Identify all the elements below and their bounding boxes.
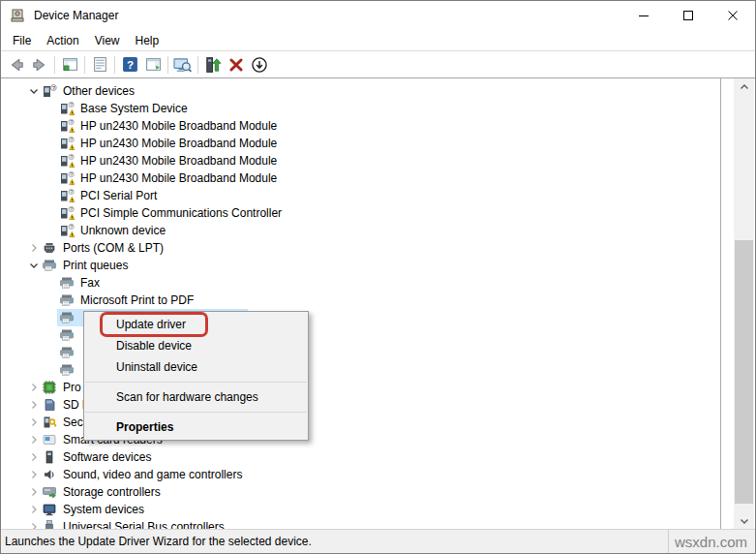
- sd-card-icon: [42, 397, 57, 413]
- device-manager-window: Device Manager FileActionViewHelp ? ?Oth…: [0, 0, 756, 554]
- context-menu-item-properties[interactable]: Properties: [84, 416, 308, 438]
- svg-text:?: ?: [70, 154, 73, 160]
- update-driver-icon: [204, 56, 222, 74]
- printer-icon: [59, 345, 75, 360]
- properties-button[interactable]: [88, 53, 111, 77]
- warning-device-icon: ?: [59, 101, 75, 116]
- chevron-collapsed-icon[interactable]: [26, 484, 42, 500]
- menu-view[interactable]: View: [87, 32, 128, 49]
- update-driver-button[interactable]: [201, 53, 225, 77]
- toolbar-separator: [114, 56, 115, 74]
- printer-icon: [59, 362, 75, 378]
- chevron-collapsed-icon[interactable]: [26, 380, 42, 395]
- menu-file[interactable]: File: [5, 32, 39, 49]
- tree-item-fax[interactable]: Fax: [1, 274, 755, 292]
- forward-button[interactable]: [28, 53, 51, 77]
- tree-item-label: HP un2430 Mobile Broadband Module: [80, 154, 277, 168]
- sound-icon: [42, 467, 57, 482]
- processor-icon: [42, 380, 57, 395]
- tree-item-label: Microsoft Print to PDF: [80, 293, 194, 307]
- tree-item-base-system-device[interactable]: ?Base System Device: [1, 100, 755, 117]
- close-button[interactable]: [711, 1, 755, 30]
- context-menu-item-scan-for-hardware-changes[interactable]: Scan for hardware changes: [84, 386, 308, 408]
- back-button[interactable]: [5, 53, 28, 77]
- tree-item-microsoft-print-to-pdf[interactable]: Microsoft Print to PDF: [1, 292, 755, 309]
- tree-item-pci-simple-communications-controller[interactable]: ?PCI Simple Communications Controller: [1, 204, 755, 222]
- scroll-down-button[interactable]: [734, 512, 754, 529]
- vertical-scrollbar[interactable]: [734, 78, 754, 529]
- show-action-pane-button[interactable]: [141, 53, 165, 77]
- tree-item-software-devices[interactable]: Software devices: [1, 448, 755, 466]
- tree-item-pci-serial-port[interactable]: ?PCI Serial Port: [1, 187, 755, 204]
- tree-item-label: Sound, video and game controllers: [63, 468, 242, 481]
- minimize-button[interactable]: [621, 1, 666, 30]
- svg-text:?: ?: [70, 119, 73, 125]
- toolbar-separator: [54, 56, 55, 74]
- window-title: Device Manager: [34, 9, 118, 22]
- minimize-icon: [638, 10, 650, 21]
- context-menu-item-disable-device[interactable]: Disable device: [84, 335, 308, 356]
- tree-item-label: Ports (COM & LPT): [63, 241, 164, 255]
- tree-item-other-devices[interactable]: ?Other devices: [1, 82, 755, 100]
- status-bar: Launches the Update Driver Wizard for th…: [1, 529, 755, 553]
- help-button[interactable]: ?: [118, 53, 141, 77]
- chevron-collapsed-icon[interactable]: [26, 415, 42, 430]
- printer-icon: [59, 327, 75, 343]
- chevron-collapsed-icon[interactable]: [26, 467, 42, 482]
- properties-icon: [92, 56, 108, 73]
- tree-item-label: Software devices: [63, 450, 151, 464]
- svg-text:?: ?: [70, 206, 73, 212]
- maximize-button[interactable]: [666, 1, 711, 30]
- disable-device-button[interactable]: [248, 53, 271, 77]
- chevron-collapsed-icon[interactable]: [26, 449, 42, 465]
- scroll-up-button[interactable]: [734, 78, 754, 95]
- chevron-expanded-icon[interactable]: [26, 258, 42, 273]
- chevron-collapsed-icon[interactable]: [26, 432, 42, 447]
- warning-device-icon: ?: [59, 205, 75, 221]
- tree-item-ports-com-lpt[interactable]: Ports (COM & LPT): [1, 239, 755, 257]
- context-menu-item-uninstall-device[interactable]: Uninstall device: [84, 356, 308, 378]
- chevron-expanded-icon[interactable]: [26, 83, 42, 99]
- system-icon: [42, 502, 57, 517]
- tree-item-hp-un2430-mobile-broadband-module[interactable]: ?HP un2430 Mobile Broadband Module: [1, 169, 755, 187]
- chevron-collapsed-icon[interactable]: [26, 397, 42, 413]
- ports-icon: [42, 240, 57, 256]
- arrow-left-icon: [8, 56, 25, 74]
- watermark-text: wsxdn.com: [675, 534, 747, 550]
- warning-device-icon: ?: [59, 188, 75, 203]
- tree-item-sound-video-and-game-controllers[interactable]: Sound, video and game controllers: [1, 466, 755, 483]
- svg-text:?: ?: [70, 171, 73, 177]
- close-icon: [727, 10, 739, 21]
- action-pane-icon: [145, 56, 162, 73]
- toolbar-separator: [84, 56, 85, 74]
- printer-icon: [59, 310, 75, 325]
- maximize-icon: [682, 10, 694, 21]
- tree-item-hp-un2430-mobile-broadband-module[interactable]: ?HP un2430 Mobile Broadband Module: [1, 135, 755, 152]
- tree-item-universal-serial-bus-controllers[interactable]: Universal Serial Bus controllers: [1, 518, 755, 529]
- tree-item-hp-un2430-mobile-broadband-module[interactable]: ?HP un2430 Mobile Broadband Module: [1, 152, 755, 169]
- tree-item-label: HP un2430 Mobile Broadband Module: [80, 137, 277, 150]
- usb-icon: [42, 519, 57, 529]
- chevron-collapsed-icon[interactable]: [26, 502, 42, 517]
- chevron-collapsed-icon[interactable]: [26, 519, 42, 529]
- software-icon: [42, 449, 57, 465]
- warning-device-icon: ?: [59, 136, 75, 151]
- menu-help[interactable]: Help: [128, 32, 167, 49]
- scan-for-hardware-changes-button[interactable]: [171, 53, 195, 77]
- tree-item-storage-controllers[interactable]: Storage controllers: [1, 483, 755, 501]
- context-menu-item-update-driver[interactable]: Update driver: [84, 314, 308, 335]
- show-console-tree-button[interactable]: [58, 53, 81, 77]
- tree-item-print-queues[interactable]: Print queues: [1, 257, 755, 274]
- context-menu-separator: [85, 412, 307, 413]
- scrollbar-thumb[interactable]: [735, 240, 753, 504]
- tree-item-system-devices[interactable]: System devices: [1, 501, 755, 518]
- tree-item-hp-un2430-mobile-broadband-module[interactable]: ?HP un2430 Mobile Broadband Module: [1, 117, 755, 135]
- svg-text:?: ?: [70, 102, 73, 108]
- tree-item-unknown-device[interactable]: ?Unknown device: [1, 222, 755, 239]
- chevron-collapsed-icon[interactable]: [26, 240, 42, 256]
- warning-device-icon: ?: [59, 170, 75, 186]
- svg-text:?: ?: [70, 224, 73, 230]
- warning-device-icon: ?: [59, 223, 75, 238]
- uninstall-device-button[interactable]: [225, 53, 248, 77]
- menu-action[interactable]: Action: [39, 32, 86, 49]
